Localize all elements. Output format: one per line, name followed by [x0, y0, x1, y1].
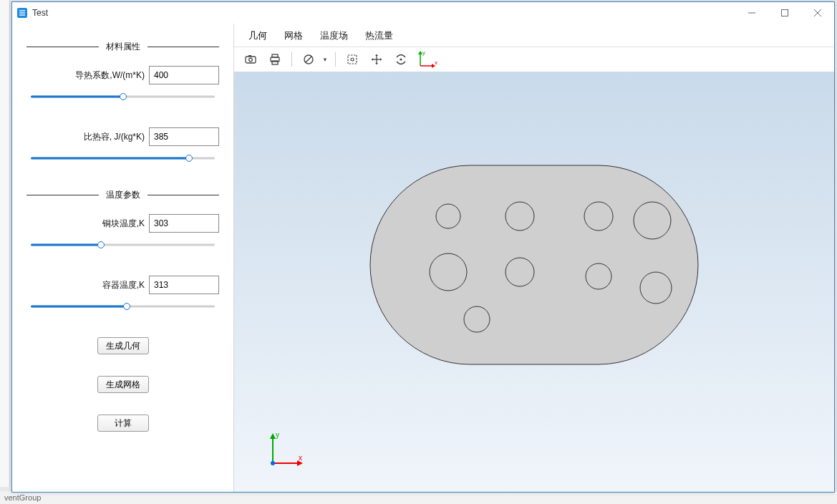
svg-point-40: [271, 461, 275, 465]
close-button[interactable]: [801, 2, 834, 24]
param-copper-temp: 铜块温度,K: [26, 214, 219, 250]
svg-marker-37: [270, 433, 276, 439]
slider-copper-temp[interactable]: [31, 240, 215, 250]
desktop-footer: ventGroup: [0, 491, 837, 504]
maximize-button[interactable]: [768, 2, 801, 24]
svg-point-28: [505, 202, 534, 231]
group-title-temperature: 温度参数: [99, 189, 147, 201]
input-container-temp[interactable]: [149, 276, 219, 294]
no-entry-icon[interactable]: [299, 50, 318, 69]
viewport-3d[interactable]: y x: [234, 72, 834, 492]
pan-icon[interactable]: [367, 50, 386, 69]
svg-point-30: [634, 202, 671, 239]
geometry-plate: [369, 165, 699, 365]
svg-point-31: [430, 253, 467, 291]
tab-mesh[interactable]: 网格: [281, 28, 306, 44]
window-title: Test: [32, 8, 48, 18]
desktop-side-strip: [0, 0, 10, 487]
tab-geometry[interactable]: 几何: [246, 28, 270, 44]
tab-heat-flow[interactable]: 热流量: [362, 28, 396, 44]
compute-button[interactable]: 计算: [97, 415, 149, 432]
print-icon[interactable]: [266, 50, 284, 69]
svg-text:y: y: [422, 50, 425, 56]
zoom-select-icon[interactable]: [343, 50, 362, 69]
param-specific-heat: 比热容, J/(kg*K): [26, 127, 219, 163]
generate-geometry-button[interactable]: 生成几何: [97, 337, 149, 354]
svg-point-34: [640, 272, 672, 304]
svg-line-15: [306, 57, 311, 62]
viewport-toolbar: ▼ y: [234, 47, 834, 72]
svg-rect-12: [272, 54, 278, 57]
svg-rect-5: [782, 10, 788, 16]
generate-mesh-button[interactable]: 生成网格: [97, 376, 149, 393]
axis-triad: y x: [263, 427, 306, 470]
slider-specific-heat[interactable]: [31, 153, 215, 163]
triad-toolbar-icon[interactable]: y x: [416, 50, 440, 69]
svg-point-20: [400, 58, 402, 60]
svg-point-27: [436, 204, 460, 228]
main-panel: 几何 网格 温度场 热流量 ▼: [234, 24, 834, 492]
dropdown-caret-icon[interactable]: ▼: [322, 57, 328, 63]
sidebar: 材料属性 导热系数,W/(m*K) 比热容, J/(kg*K): [12, 24, 234, 492]
title-bar: Test: [12, 2, 834, 24]
svg-point-9: [249, 58, 253, 62]
group-title-material: 材料属性: [99, 41, 147, 53]
svg-rect-16: [348, 55, 357, 64]
label-thermal-conductivity: 导热系数,W/(m*K): [75, 69, 145, 82]
camera-icon[interactable]: [241, 50, 260, 69]
svg-point-17: [351, 58, 354, 61]
app-window: Test 材料属性 导热系数,W/(m*K): [11, 1, 835, 493]
axis-label-x: x: [299, 454, 302, 462]
app-icon: [16, 7, 28, 19]
label-copper-temp: 铜块温度,K: [102, 218, 145, 230]
slider-thermal-conductivity[interactable]: [31, 92, 215, 102]
tab-bar: 几何 网格 温度场 热流量: [234, 24, 834, 47]
svg-point-33: [586, 263, 611, 289]
label-container-temp: 容器温度,K: [102, 279, 145, 291]
rotate-icon[interactable]: [392, 50, 410, 69]
input-copper-temp[interactable]: [149, 214, 219, 233]
param-container-temp: 容器温度,K: [26, 276, 219, 311]
svg-point-32: [505, 258, 534, 286]
axis-label-y: y: [276, 431, 279, 439]
svg-rect-8: [246, 57, 256, 63]
group-header-material: 材料属性: [26, 41, 219, 53]
param-thermal-conductivity: 导热系数,W/(m*K): [26, 66, 219, 102]
minimize-button[interactable]: [735, 2, 768, 24]
tab-temp-field[interactable]: 温度场: [317, 28, 351, 44]
svg-point-29: [584, 202, 613, 231]
svg-point-35: [464, 306, 490, 332]
svg-rect-10: [248, 55, 251, 57]
label-specific-heat: 比热容, J/(kg*K): [84, 131, 145, 143]
group-header-temperature: 温度参数: [26, 189, 219, 201]
slider-container-temp[interactable]: [31, 301, 215, 311]
input-thermal-conductivity[interactable]: [149, 66, 219, 84]
input-specific-heat[interactable]: [149, 127, 219, 146]
svg-text:x: x: [435, 59, 437, 66]
